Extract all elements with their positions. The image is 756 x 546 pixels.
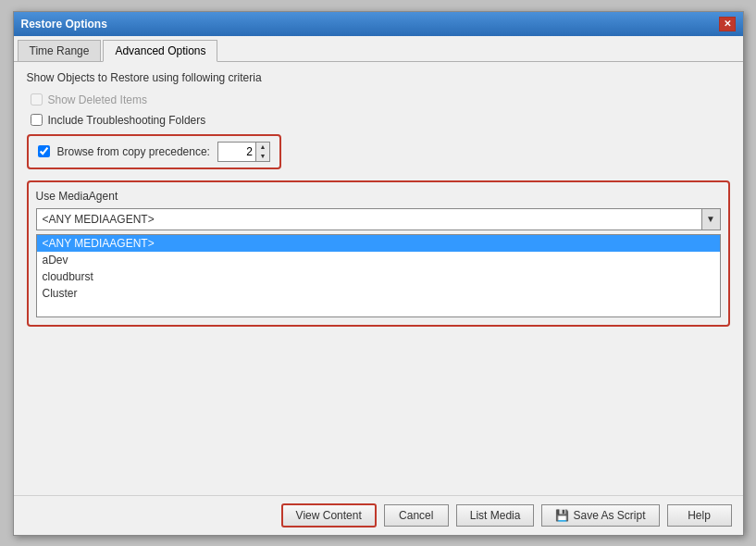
dialog-body: Show Objects to Restore using following … [14, 62, 743, 495]
tab-advanced-options[interactable]: Advanced Options [103, 40, 217, 62]
view-content-button[interactable]: View Content [281, 503, 377, 527]
footer: View Content Cancel List Media 💾 Save As… [14, 495, 743, 535]
include-troubleshooting-row: Include Troubleshooting Folders [27, 114, 730, 127]
dropdown-arrow-icon[interactable]: ▼ [701, 209, 720, 230]
spin-up-button[interactable]: ▲ [256, 143, 269, 152]
list-item[interactable]: Cluster [37, 285, 720, 302]
show-deleted-label: Show Deleted Items [48, 93, 147, 106]
content-spacer [27, 338, 730, 486]
tabs-bar: Time Range Advanced Options [14, 36, 743, 62]
spin-down-button[interactable]: ▼ [256, 152, 269, 161]
close-button[interactable]: ✕ [719, 17, 736, 31]
help-button[interactable]: Help [667, 504, 732, 527]
media-agent-listbox[interactable]: <ANY MEDIAAGENT> aDev cloudburst Cluster [36, 234, 721, 317]
browse-copy-group: Browse from copy precedence: 2 ▲ ▼ [27, 134, 281, 169]
title-bar: Restore Options ✕ [14, 12, 743, 36]
media-agent-label: Use MediaAgent [36, 190, 721, 203]
media-agent-selected: <ANY MEDIAAGENT> [37, 210, 701, 229]
save-as-script-button[interactable]: 💾 Save As Script [541, 504, 659, 527]
browse-value-input[interactable]: 2 [218, 144, 255, 159]
list-media-button[interactable]: List Media [456, 504, 535, 527]
save-script-icon: 💾 [555, 509, 569, 522]
cancel-button[interactable]: Cancel [384, 504, 449, 527]
include-troubleshooting-checkbox[interactable] [31, 114, 43, 126]
dialog-title: Restore Options [21, 18, 107, 31]
show-deleted-checkbox[interactable] [31, 93, 43, 105]
restore-options-dialog: Restore Options ✕ Time Range Advanced Op… [13, 11, 744, 536]
include-troubleshooting-label: Include Troubleshooting Folders [48, 114, 206, 127]
list-item[interactable]: cloudburst [37, 268, 720, 285]
media-agent-dropdown[interactable]: <ANY MEDIAAGENT> ▼ [36, 208, 721, 230]
section-label: Show Objects to Restore using following … [27, 71, 730, 84]
media-agent-section: Use MediaAgent <ANY MEDIAAGENT> ▼ <ANY M… [27, 180, 730, 327]
browse-copy-checkbox[interactable] [38, 145, 50, 157]
show-deleted-row: Show Deleted Items [27, 93, 730, 106]
save-as-script-label: Save As Script [573, 509, 645, 522]
tab-time-range[interactable]: Time Range [18, 40, 102, 61]
list-item[interactable]: <ANY MEDIAAGENT> [37, 235, 720, 252]
spin-buttons: ▲ ▼ [255, 143, 269, 161]
title-bar-buttons: ✕ [719, 17, 736, 31]
browse-value-wrapper: 2 ▲ ▼ [217, 142, 270, 162]
list-item[interactable]: aDev [37, 252, 720, 268]
browse-copy-label: Browse from copy precedence: [57, 145, 210, 158]
